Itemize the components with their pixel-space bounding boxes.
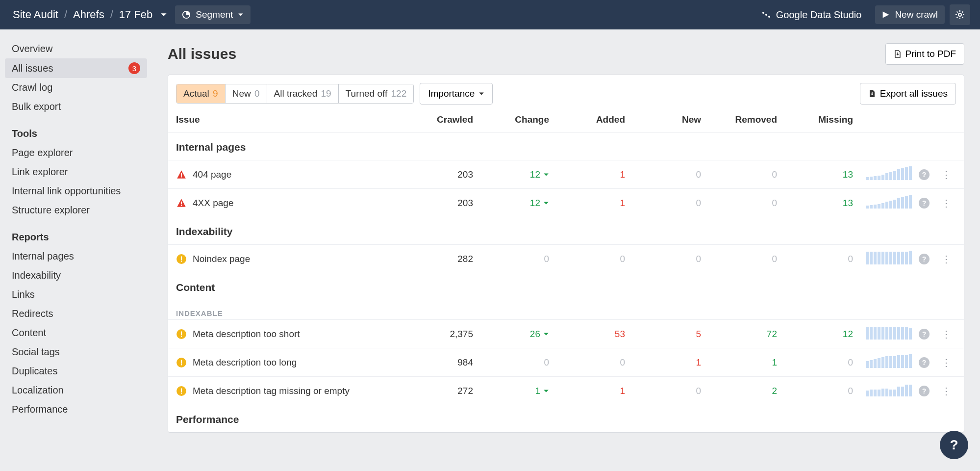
main-content: All issues Print to PDF Actual 9New 0All… (152, 29, 980, 471)
sparkline (866, 383, 912, 396)
crawled-value: 203 (397, 198, 473, 209)
sidebar-item-content[interactable]: Content (5, 323, 147, 342)
table-row[interactable]: Meta description tag missing or empty272… (168, 376, 964, 405)
sidebar-item-internal-pages[interactable]: Internal pages (5, 247, 147, 266)
table-row[interactable]: 4XX page20312 10013?⋮ (168, 188, 964, 217)
help-icon[interactable]: ? (919, 357, 930, 368)
new-value: 1 (625, 357, 701, 368)
col-added[interactable]: Added (549, 114, 625, 125)
google-data-studio-link[interactable]: Google Data Studio (761, 9, 862, 21)
issue-name: Meta description tag missing or empty (193, 386, 350, 396)
svg-rect-10 (181, 256, 182, 260)
sparkline (866, 326, 912, 340)
col-change[interactable]: Change (473, 114, 549, 125)
new-value: 0 (625, 254, 701, 264)
error-icon (176, 169, 187, 180)
export-button[interactable]: Export all issues (860, 83, 956, 105)
help-icon[interactable]: ? (919, 254, 930, 264)
sidebar-item-structure-explorer[interactable]: Structure explorer (5, 201, 147, 220)
sidebar-item-overview[interactable]: Overview (5, 39, 147, 58)
sidebar-item-indexability[interactable]: Indexability (5, 266, 147, 285)
removed-value: 0 (701, 254, 777, 264)
filter-tab-turned-off[interactable]: Turned off 122 (339, 84, 414, 103)
warning-icon (176, 254, 187, 264)
svg-rect-14 (181, 336, 182, 337)
breadcrumb: Site Audit / Ahrefs / 17 Feb (10, 8, 170, 21)
sidebar-item-crawl-log[interactable]: Crawl log (5, 78, 147, 97)
missing-value: 12 (777, 329, 853, 340)
table-row[interactable]: Meta description too long98400110?⋮ (168, 348, 964, 376)
crawled-value: 984 (397, 357, 473, 368)
help-icon[interactable]: ? (919, 169, 930, 180)
help-icon[interactable]: ? (919, 198, 930, 209)
sidebar-item-performance[interactable]: Performance (5, 400, 147, 419)
sidebar-item-localization[interactable]: Localization (5, 381, 147, 400)
table-header: Issue Crawled Change Added New Removed M… (168, 105, 964, 132)
sidebar-item-all-issues[interactable]: All issues3 (5, 58, 147, 78)
sidebar-item-duplicates[interactable]: Duplicates (5, 362, 147, 381)
sidebar-item-bulk-export[interactable]: Bulk export (5, 97, 147, 116)
table-row[interactable]: Meta description too short2,37526 535721… (168, 319, 964, 348)
crawled-value: 203 (397, 169, 473, 180)
help-icon[interactable]: ? (919, 386, 930, 396)
sidebar-item-link-explorer[interactable]: Link explorer (5, 162, 147, 182)
table-row[interactable]: Noindex page28200000?⋮ (168, 244, 964, 273)
table-row[interactable]: 404 page20312 10013?⋮ (168, 160, 964, 188)
added-value: 0 (549, 357, 625, 368)
removed-value: 0 (701, 198, 777, 209)
new-value: 0 (625, 198, 701, 209)
row-menu-icon[interactable]: ⋮ (941, 169, 951, 180)
section-title: Performance (168, 405, 964, 432)
error-icon (176, 198, 187, 209)
issue-name: Meta description too short (193, 329, 300, 340)
importance-label: Importance (428, 88, 475, 99)
settings-button[interactable] (950, 4, 970, 25)
added-value: 1 (549, 386, 625, 396)
segment-button[interactable]: Segment (175, 5, 251, 24)
row-menu-icon[interactable]: ⋮ (941, 329, 951, 340)
help-fab[interactable]: ? (940, 431, 968, 459)
chevron-down-icon[interactable] (157, 11, 170, 18)
row-menu-icon[interactable]: ⋮ (941, 386, 951, 396)
col-missing[interactable]: Missing (777, 114, 853, 125)
issues-panel: Actual 9New 0All tracked 19Turned off 12… (168, 75, 964, 433)
svg-rect-8 (181, 205, 182, 206)
svg-point-1 (762, 12, 764, 14)
section-title: Internal pages (168, 132, 964, 160)
page-title: All issues (168, 46, 885, 62)
importance-dropdown[interactable]: Importance (420, 83, 493, 105)
new-crawl-button[interactable]: New crawl (875, 5, 945, 24)
sparkline (866, 251, 912, 264)
sidebar-item-links[interactable]: Links (5, 285, 147, 304)
filter-tab-actual[interactable]: Actual 9 (176, 84, 226, 103)
svg-rect-19 (181, 388, 182, 392)
col-new[interactable]: New (625, 114, 701, 125)
col-issue[interactable]: Issue (176, 114, 397, 125)
row-menu-icon[interactable]: ⋮ (941, 254, 951, 264)
filter-tab-all-tracked[interactable]: All tracked 19 (267, 84, 339, 103)
svg-point-3 (768, 16, 770, 18)
sparkline (866, 354, 912, 368)
breadcrumb-site-audit[interactable]: Site Audit (10, 8, 61, 21)
crawled-value: 2,375 (397, 329, 473, 340)
missing-value: 0 (777, 386, 853, 396)
sidebar-item-redirects[interactable]: Redirects (5, 304, 147, 323)
row-menu-icon[interactable]: ⋮ (941, 198, 951, 209)
breadcrumb-project[interactable]: Ahrefs (70, 8, 107, 21)
new-value: 5 (625, 329, 701, 340)
breadcrumb-date[interactable]: 17 Feb (116, 8, 156, 21)
sidebar-item-social-tags[interactable]: Social tags (5, 342, 147, 362)
missing-value: 13 (777, 198, 853, 209)
col-removed[interactable]: Removed (701, 114, 777, 125)
sidebar-item-page-explorer[interactable]: Page explorer (5, 143, 147, 162)
change-value: 12 (473, 169, 549, 180)
help-icon[interactable]: ? (919, 329, 930, 340)
section-title: Indexability (168, 217, 964, 244)
row-menu-icon[interactable]: ⋮ (941, 357, 951, 368)
sidebar-item-internal-link-opportunities[interactable]: Internal link opportunities (5, 182, 147, 201)
sidebar: OverviewAll issues3Crawl logBulk export … (0, 29, 152, 471)
svg-rect-11 (181, 261, 182, 262)
print-pdf-button[interactable]: Print to PDF (885, 43, 964, 65)
col-crawled[interactable]: Crawled (397, 114, 473, 125)
filter-tab-new[interactable]: New 0 (226, 84, 267, 103)
